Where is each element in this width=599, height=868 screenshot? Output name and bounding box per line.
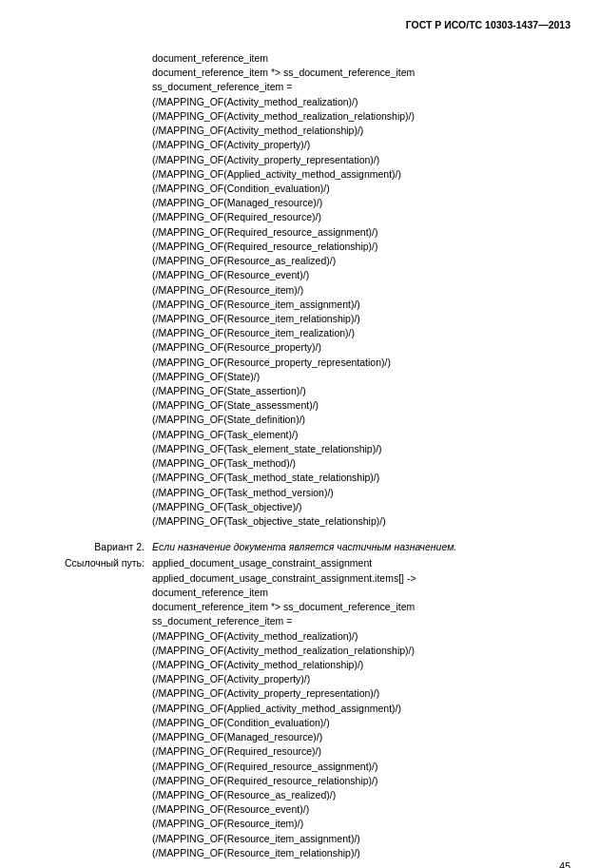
line-1: document_reference_item *> ss_document_r… [152, 66, 570, 80]
line-23: (/MAPPING_OF(State_assertion)/) [152, 384, 570, 398]
after-ref-7: (/MAPPING_OF(Managed_resource)/) [152, 730, 416, 744]
line-5: (/MAPPING_OF(Activity_method_relationshi… [152, 124, 570, 138]
line-13: (/MAPPING_OF(Required_resource_relations… [152, 240, 570, 254]
line-12: (/MAPPING_OF(Required_resource_assignmen… [152, 225, 570, 240]
line-19: (/MAPPING_OF(Resource_item_realization)/… [152, 326, 570, 340]
ref-line-1: applied_document_usage_constraint_assign… [152, 571, 416, 586]
line-26: (/MAPPING_OF(Task_element)/) [152, 428, 570, 442]
reference-path-row: Ссылочный путь: applied_document_usage_c… [29, 556, 570, 860]
line-29: (/MAPPING_OF(Task_method_state_relations… [152, 471, 570, 485]
after-ref-6: (/MAPPING_OF(Condition_evaluation)/) [152, 716, 416, 730]
line-11: (/MAPPING_OF(Required_resource)/) [152, 210, 570, 224]
line-24: (/MAPPING_OF(State_assessment)/) [152, 398, 570, 413]
after-ref-14: (/MAPPING_OF(Resource_item_assignment)/) [152, 832, 416, 846]
after-ref-10: (/MAPPING_OF(Required_resource_relations… [152, 774, 416, 788]
line-2: ss_document_reference_item = [152, 80, 570, 94]
content-block-1: document_reference_item document_referen… [152, 51, 570, 529]
line-14: (/MAPPING_OF(Resource_as_realized)/) [152, 254, 570, 268]
ref-line-0: applied_document_usage_constraint_assign… [152, 556, 416, 570]
after-ref-9: (/MAPPING_OF(Required_resource_assignmen… [152, 760, 416, 774]
line-28: (/MAPPING_OF(Task_method)/) [152, 456, 570, 471]
header-title: ГОСТ Р ИСО/ТС 10303-1437—2013 [406, 19, 570, 30]
after-ref-15: (/MAPPING_OF(Resource_item_relationship)… [152, 846, 416, 860]
line-22: (/MAPPING_OF(State)/) [152, 370, 570, 384]
page-header: ГОСТ Р ИСО/ТС 10303-1437—2013 [29, 19, 570, 34]
line-0: document_reference_item [152, 51, 570, 66]
line-17: (/MAPPING_OF(Resource_item_assignment)/) [152, 298, 570, 312]
after-ref-4: (/MAPPING_OF(Activity_property_represent… [152, 686, 416, 701]
variant2-section: Вариант 2. Если назначение документа явл… [29, 540, 570, 554]
ref-line-4: ss_document_reference_item = [152, 614, 416, 628]
page: ГОСТ Р ИСО/ТС 10303-1437—2013 document_r… [0, 0, 599, 868]
line-32: (/MAPPING_OF(Task_objective_state_relati… [152, 514, 570, 529]
line-3: (/MAPPING_OF(Activity_method_realization… [152, 95, 570, 109]
line-18: (/MAPPING_OF(Resource_item_relationship)… [152, 312, 570, 326]
after-ref-0: (/MAPPING_OF(Activity_method_realization… [152, 629, 416, 644]
page-number: 45 [559, 860, 570, 868]
after-ref-11: (/MAPPING_OF(Resource_as_realized)/) [152, 788, 416, 802]
ref-line-3: document_reference_item *> ss_document_r… [152, 600, 416, 614]
line-10: (/MAPPING_OF(Managed_resource)/) [152, 196, 570, 210]
reference-path-value-0: applied_document_usage_constraint_assign… [152, 556, 416, 860]
line-27: (/MAPPING_OF(Task_element_state_relation… [152, 442, 570, 456]
variant2-text: Если назначение документа является части… [152, 540, 456, 554]
after-ref-3: (/MAPPING_OF(Activity_property)/) [152, 672, 416, 686]
variant2-label: Вариант 2. [29, 540, 152, 554]
line-20: (/MAPPING_OF(Resource_property)/) [152, 340, 570, 355]
line-30: (/MAPPING_OF(Task_method_version)/) [152, 486, 570, 500]
after-ref-13: (/MAPPING_OF(Resource_item)/) [152, 817, 416, 831]
line-15: (/MAPPING_OF(Resource_event)/) [152, 268, 570, 282]
line-4: (/MAPPING_OF(Activity_method_realization… [152, 109, 570, 124]
after-ref-12: (/MAPPING_OF(Resource_event)/) [152, 802, 416, 817]
line-9: (/MAPPING_OF(Condition_evaluation)/) [152, 182, 570, 196]
line-7: (/MAPPING_OF(Activity_property_represent… [152, 153, 570, 167]
line-16: (/MAPPING_OF(Resource_item)/) [152, 283, 570, 298]
after-ref-8: (/MAPPING_OF(Required_resource)/) [152, 744, 416, 759]
after-ref-5: (/MAPPING_OF(Applied_activity_method_ass… [152, 702, 416, 716]
line-8: (/MAPPING_OF(Applied_activity_method_ass… [152, 167, 570, 182]
after-ref-2: (/MAPPING_OF(Activity_method_relationshi… [152, 658, 416, 672]
line-6: (/MAPPING_OF(Activity_property)/) [152, 138, 570, 152]
line-21: (/MAPPING_OF(Resource_property_represent… [152, 356, 570, 370]
variant2-label-text: Вариант 2. [94, 541, 145, 552]
line-25: (/MAPPING_OF(State_definition)/) [152, 413, 570, 427]
main-content: document_reference_item document_referen… [29, 51, 570, 860]
reference-path-label: Ссылочный путь: [29, 556, 152, 860]
ref-line-2: document_reference_item [152, 586, 416, 600]
after-ref-1: (/MAPPING_OF(Activity_method_realization… [152, 644, 416, 658]
line-31: (/MAPPING_OF(Task_objective)/) [152, 500, 570, 514]
